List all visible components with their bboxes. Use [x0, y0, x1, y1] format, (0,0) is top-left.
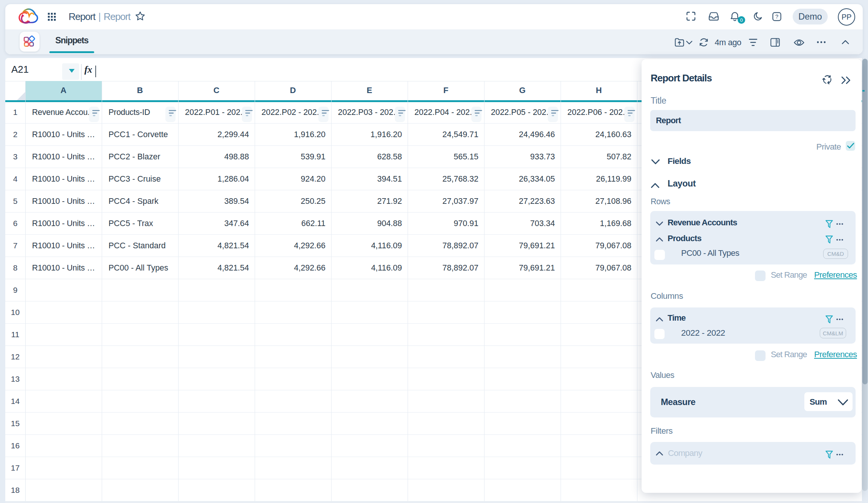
svg-text:?: ?	[775, 13, 778, 20]
